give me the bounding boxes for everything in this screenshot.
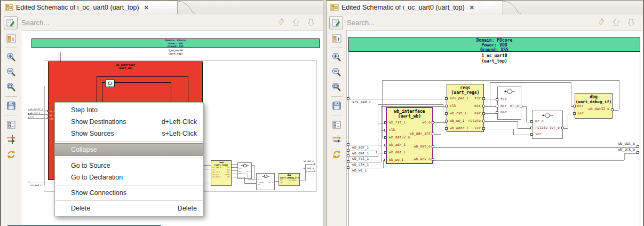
zoom-out-button[interactable]: [5, 66, 18, 79]
symbol-block[interactable]: [497, 87, 521, 120]
zoom-fit-button[interactable]: [330, 81, 343, 93]
edge-port-label: wb_rst_i: [352, 157, 369, 161]
tab-swoosh: [503, 1, 524, 14]
port-pin: [432, 121, 434, 124]
port-pin: [384, 159, 387, 161]
port-pin: [482, 112, 485, 115]
port-pin: [384, 129, 387, 131]
menu-item-step-into[interactable]: Step Into: [55, 104, 203, 116]
edge-port-label: srx_pad_i: [30, 184, 42, 186]
wire: [232, 177, 244, 177]
menu-item-show-sources[interactable]: Show Sourcess+Left-Click: [55, 128, 203, 139]
port-label: ter_o: [532, 126, 560, 130]
search-prev-icon[interactable]: [291, 17, 301, 28]
port-label: ier: [535, 133, 542, 136]
clear-search-icon[interactable]: [275, 17, 285, 28]
port-pin: [496, 105, 498, 107]
port-pin: [573, 105, 576, 107]
refresh-button[interactable]: [5, 148, 18, 161]
search-next-icon[interactable]: [626, 17, 637, 28]
zoom-in-button[interactable]: [5, 51, 18, 64]
refresh-button[interactable]: [330, 148, 343, 161]
port-pin: [432, 133, 434, 135]
search-input[interactable]: [346, 15, 540, 29]
instance-label: i_oc_uart0 (uart_top): [31, 49, 320, 55]
power-domain-banner: Domain: PDcore Power: VDD Ground: VSS: [348, 37, 640, 52]
svg-text:i: i: [338, 36, 339, 42]
tab-edited-schematic[interactable]: Edited Schematic of i_oc_uart0 (uart_top…: [327, 1, 503, 14]
save-button[interactable]: [330, 99, 343, 112]
trace-signals-button[interactable]: [330, 133, 343, 146]
wire: [59, 52, 59, 61]
port-pin: [611, 108, 614, 111]
port-pin: [637, 145, 639, 148]
block-dbg-small[interactable]: dbg(uart_debug_if) mcrwb_dat32_o ier: [279, 173, 300, 186]
properties-button[interactable]: i: [5, 32, 18, 45]
tab-close-icon[interactable]: ✕: [144, 4, 149, 11]
wire: [381, 106, 447, 107]
wire: [350, 145, 386, 145]
annotate-button[interactable]: [329, 16, 343, 29]
port-label: mcr: [449, 104, 481, 108]
zoom-in-button[interactable]: [330, 51, 343, 64]
wire: [254, 165, 255, 179]
options-button[interactable]: [330, 118, 343, 131]
save-button[interactable]: [5, 99, 18, 112]
port-pin: [637, 151, 639, 154]
port-label: msr: [500, 111, 507, 114]
menu-item-delete[interactable]: DeleteDelete: [55, 202, 203, 214]
edge-port-label: srx_pad_i: [352, 100, 371, 104]
trace-signals-button[interactable]: [5, 133, 18, 146]
search-prev-icon[interactable]: [611, 17, 622, 28]
options-icon: [6, 119, 17, 130]
banner-ground: Ground: VSS: [32, 45, 319, 48]
properties-icon: i: [331, 33, 342, 44]
edge-port-label: wb_clk_i: [352, 163, 369, 167]
pane-sash[interactable]: [323, 0, 327, 226]
zoom-out-button[interactable]: [330, 66, 343, 79]
wire: [350, 99, 447, 99]
port-pin: [347, 97, 349, 100]
block-regs[interactable]: regs(uart_regs): [447, 84, 484, 132]
menu-item-go-to-declaration[interactable]: Go to Declaration: [55, 172, 203, 183]
tab-close-icon[interactable]: ✕: [470, 4, 474, 11]
tab-edited-schematic[interactable]: Edited Schematic of i_oc_uart0 (uart_top…: [2, 1, 178, 14]
zoom-in-icon: [6, 52, 17, 63]
edge-port-label: wb_adr_i: [352, 146, 369, 150]
annotate-icon: [6, 18, 15, 28]
port-pin: [445, 120, 448, 122]
properties-button[interactable]: i: [330, 32, 343, 45]
symbol-block-small[interactable]: mr_o rstateter_o ier: [256, 173, 275, 190]
search-input[interactable]: [20, 15, 214, 29]
schematic-canvas-right[interactable]: Domain: PDcore Power: VDD Ground: VSS i_…: [347, 30, 643, 226]
search-next-icon[interactable]: [306, 17, 316, 28]
port-pin: [573, 112, 576, 115]
edge-port-label: wb_ack_o: [301, 167, 314, 169]
clear-search-icon[interactable]: [595, 17, 606, 28]
block-regs-small[interactable]: regs(uart_regs) srx_pad_ifcr clkmcr wb_r…: [211, 160, 232, 186]
options-button[interactable]: [5, 118, 18, 131]
port-pin: [28, 110, 29, 111]
svg-text:i: i: [12, 36, 14, 42]
port-pin: [47, 110, 49, 112]
menu-item-show-destinations[interactable]: Show Destinationsd+Left-Click: [55, 116, 203, 128]
tab-swoosh: [178, 1, 199, 14]
menu-separator: [55, 200, 203, 201]
menu-item-go-to-source[interactable]: Go to Source: [55, 160, 203, 172]
port-pin: [561, 127, 564, 129]
zoom-fit-button[interactable]: [5, 81, 18, 93]
schematic-toolbar: i: [327, 30, 347, 226]
menu-item-show-connections[interactable]: Show Connections: [55, 187, 203, 199]
wire: [232, 174, 248, 174]
refresh-icon: [331, 149, 342, 160]
wire: [350, 168, 383, 168]
tab-title: Edited Schematic of i_oc_uart0 (uart_top…: [341, 4, 465, 11]
menu-item-collapse[interactable]: Collapse: [55, 143, 203, 156]
zoom-in-icon: [331, 52, 342, 63]
port-label: we_o: [388, 121, 431, 124]
port-pin: [347, 166, 349, 169]
block-title: regs(uart_regs): [211, 161, 231, 166]
annotate-button[interactable]: [4, 16, 18, 29]
schematic-tab-icon: [330, 3, 339, 12]
port-pin: [496, 98, 498, 101]
